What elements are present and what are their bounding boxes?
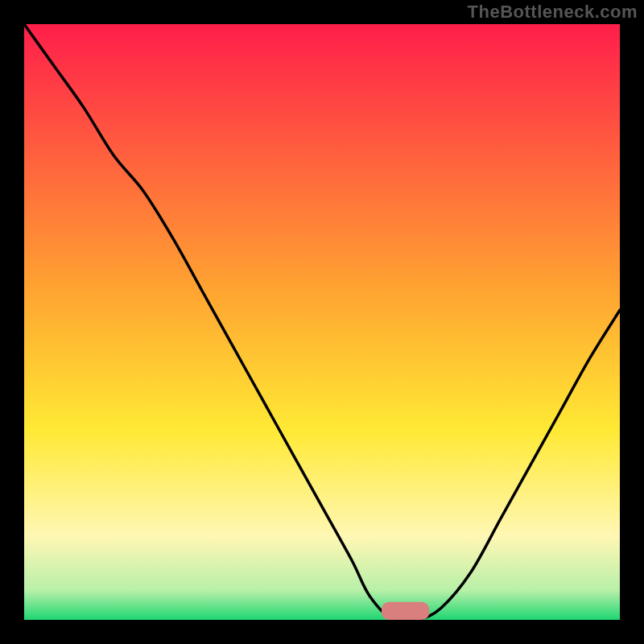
- optimum-marker: [382, 602, 429, 620]
- plot-area: [24, 24, 620, 620]
- gradient-background: [24, 24, 620, 620]
- watermark-text: TheBottleneck.com: [468, 2, 638, 23]
- chart-svg: [24, 24, 620, 620]
- chart-frame: TheBottleneck.com: [0, 0, 644, 644]
